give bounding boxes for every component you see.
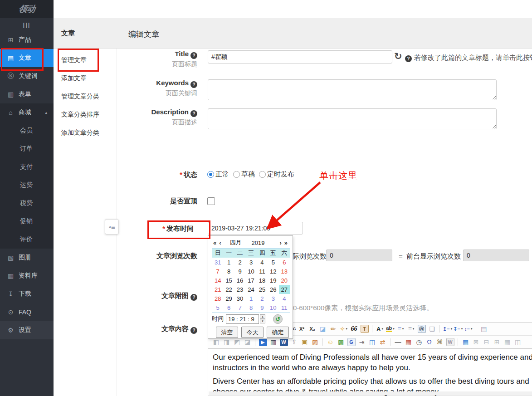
subnav-item[interactable]: 管理文章分类 — [54, 88, 117, 106]
sidebar-item-forms[interactable]: ▥表单 — [0, 85, 54, 103]
blockquote-icon[interactable]: 66 — [349, 324, 359, 334]
baidu-map-icon[interactable]: ▩ — [336, 337, 346, 347]
calendar-day-cell[interactable]: 2 — [234, 258, 245, 267]
calendar-day-cell[interactable]: 14 — [212, 276, 223, 285]
status-radio-option[interactable]: 定时发布 — [259, 170, 294, 179]
remote-image-icon[interactable]: ⇄ — [378, 337, 387, 347]
new-page-icon[interactable]: ❏ — [427, 324, 437, 334]
subnav-item[interactable]: 添加文章分类 — [54, 124, 117, 142]
title-input[interactable] — [208, 50, 392, 64]
calendar-day-cell[interactable]: 31 — [212, 258, 223, 267]
sidebar-item-settings[interactable]: ⚙设置 — [0, 321, 54, 339]
sidebar-subitem[interactable]: 会员 — [0, 122, 54, 140]
subnav-item[interactable]: 文章分类排序 — [54, 106, 117, 124]
calendar-day-cell[interactable]: 29 — [223, 294, 234, 303]
paste-text-icon[interactable]: T — [360, 324, 369, 334]
margin-bottom-icon[interactable]: ↧≡▾ — [453, 324, 463, 334]
calendar-day-cell[interactable]: 11 — [279, 303, 290, 312]
subnav-item[interactable]: 添加文章 — [54, 69, 117, 88]
subnav-item[interactable]: 管理文章 — [54, 51, 117, 69]
status-radio-option[interactable]: 正常 — [207, 170, 229, 179]
calendar-day-cell[interactable]: 30 — [234, 294, 245, 303]
sidebar-subitem[interactable]: 税费 — [0, 194, 54, 212]
table-icon[interactable]: ▦ — [461, 337, 470, 347]
calendar-day-cell[interactable]: 1 — [223, 258, 234, 267]
sidebar-subitem[interactable]: 促销 — [0, 212, 54, 230]
editor-scrollbar[interactable] — [209, 391, 532, 395]
sidebar-subitem[interactable]: 评价 — [0, 230, 54, 249]
publish-time-input[interactable] — [208, 222, 303, 235]
table-merge-icon[interactable]: ▦ — [503, 337, 512, 347]
layout-icon[interactable]: ◫ — [367, 337, 377, 347]
editor-content[interactable]: Our experienced team of Diving Professio… — [208, 349, 532, 396]
description-textarea[interactable] — [208, 108, 497, 129]
table-col-icon[interactable]: ⊞ — [492, 337, 502, 347]
calendar-day-cell[interactable]: 7 — [212, 267, 223, 276]
special-char-icon[interactable]: Ω — [425, 337, 434, 347]
next-year-icon[interactable]: » — [283, 240, 289, 246]
eraser-icon[interactable]: ◪ — [318, 324, 327, 334]
sidebar-subitem[interactable]: 运费 — [0, 176, 54, 194]
clipped-icon[interactable]: ▤ — [479, 324, 488, 334]
sidebar-subitem[interactable]: 订单 — [0, 140, 54, 158]
clock-icon[interactable]: ◷ — [414, 337, 424, 347]
confirm-button[interactable]: 确定 — [267, 327, 289, 338]
help-icon[interactable]: ? — [190, 81, 197, 88]
calendar-day-cell[interactable]: 8 — [223, 267, 234, 276]
calendar-day-cell[interactable]: 4 — [279, 294, 290, 303]
calendar-day-cell[interactable]: 1 — [245, 294, 256, 303]
calendar-day-cell[interactable]: 11 — [257, 267, 268, 276]
sidebar-item-downloads[interactable]: ↧下载 — [0, 285, 54, 303]
line-height-icon[interactable]: ↕≡▾ — [464, 324, 473, 334]
year-select[interactable]: 2019 — [252, 240, 265, 246]
calendar-day-cell[interactable]: 9 — [257, 303, 268, 312]
calendar-icon[interactable]: ▦ — [404, 337, 413, 347]
calendar-day-cell[interactable]: 27 — [279, 285, 290, 294]
collapse-subnav-button[interactable]: ◂ ≡ — [105, 219, 119, 235]
pin-checkbox[interactable] — [207, 197, 215, 205]
prev-year-icon[interactable]: « — [212, 240, 218, 246]
google-map-icon[interactable]: G — [347, 337, 356, 347]
status-radio-option[interactable]: 草稿 — [233, 170, 255, 179]
calendar-day-cell[interactable]: 3 — [268, 294, 278, 303]
calendar-day-cell[interactable]: 7 — [234, 303, 245, 312]
help-icon[interactable]: ? — [405, 53, 412, 62]
next-month-icon[interactable]: › — [278, 240, 283, 246]
calendar-day-cell[interactable]: 6 — [279, 258, 290, 267]
calendar-day-cell[interactable]: 19 — [268, 276, 278, 285]
calendar-day-cell[interactable]: 22 — [223, 285, 234, 294]
image-icon[interactable]: ▨ — [310, 337, 320, 347]
calendar-day-cell[interactable]: 10 — [268, 303, 278, 312]
margin-top-icon[interactable]: ↥≡▾ — [443, 324, 452, 334]
emoticon-icon[interactable]: ☺ — [326, 337, 335, 347]
unordered-list-icon[interactable]: ≡▾ — [406, 324, 416, 334]
calendar-day-cell[interactable]: 3 — [245, 258, 256, 267]
sidebar-item-library[interactable]: ▦资料库 — [0, 267, 54, 285]
word-image-icon[interactable]: W — [445, 337, 455, 347]
keywords-textarea[interactable] — [208, 79, 497, 100]
help-icon[interactable]: ? — [190, 327, 197, 334]
calendar-day-cell[interactable]: 6 — [223, 303, 234, 312]
calendar-day-cell[interactable]: 24 — [245, 285, 256, 294]
prev-month-icon[interactable]: ‹ — [218, 240, 222, 246]
clear-button[interactable]: 清空 — [216, 327, 238, 338]
help-icon[interactable]: ? — [190, 294, 197, 301]
batch-image-icon[interactable]: ▣ — [300, 337, 309, 347]
calendar-day-cell[interactable]: 15 — [223, 276, 234, 285]
format-brush-icon[interactable]: ✏ — [328, 324, 338, 334]
magic-wand-icon[interactable]: ✧▾ — [339, 324, 348, 334]
today-button[interactable]: 今天 — [241, 327, 264, 338]
current-time-icon[interactable]: ↺ — [273, 314, 283, 324]
calendar-day-cell[interactable]: 28 — [212, 294, 223, 303]
month-select[interactable]: 四月 — [230, 239, 242, 247]
calendar-day-cell[interactable]: 5 — [268, 258, 278, 267]
refresh-icon[interactable]: ↻ — [394, 51, 402, 62]
calendar-day-cell[interactable]: 23 — [234, 285, 245, 294]
calendar-day-cell[interactable]: 9 — [234, 267, 245, 276]
subscript-icon[interactable]: X₂ — [307, 324, 317, 334]
time-input[interactable]: 19 : 21 : 9 — [226, 314, 259, 324]
help-icon[interactable]: ? — [190, 52, 197, 59]
ordered-list-icon[interactable]: ≡▾ — [396, 324, 405, 334]
calendar-day-cell[interactable]: 17 — [245, 276, 256, 285]
sidebar-item-articles[interactable]: ▤文章 — [0, 49, 54, 67]
